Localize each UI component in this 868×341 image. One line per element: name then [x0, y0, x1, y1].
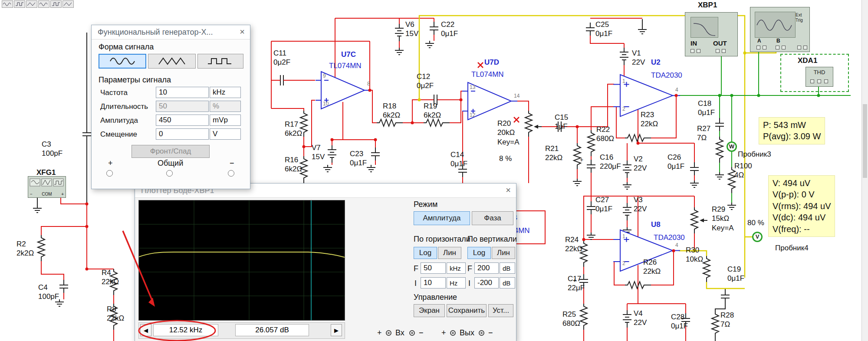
component-V7[interactable]: V715V	[312, 143, 325, 162]
component-C27[interactable]: C270μ1F	[595, 195, 612, 214]
horizontal-i-unit[interactable]: Hz	[447, 277, 466, 289]
xbp1-in-minus-terminal[interactable]	[697, 49, 700, 53]
component-V3[interactable]: V322V	[634, 195, 647, 214]
component-R21[interactable]: R2122kΩ	[545, 144, 562, 163]
component-C28[interactable]: C280μ1F	[671, 312, 688, 331]
opamp-label-U7C[interactable]: U7C	[341, 50, 356, 59]
toolbar-icon-5[interactable]	[62, 0, 74, 8]
component-C14[interactable]: C140μ1F	[450, 150, 467, 169]
offset-input[interactable]: 0	[156, 128, 209, 140]
thd-terminal-2[interactable]	[817, 79, 821, 83]
component-R23[interactable]: R2322kΩ	[641, 110, 658, 129]
toolbar-icon-2[interactable]	[26, 0, 37, 8]
horizontal-f-input[interactable]: 50	[421, 262, 446, 274]
component-R8[interactable]: R822kΩ	[107, 305, 124, 323]
fg-minus-radio[interactable]	[228, 170, 234, 177]
sine-wave-button[interactable]	[99, 54, 146, 69]
amplitude-unit[interactable]: mVp	[210, 115, 241, 126]
horizontal-f-unit[interactable]: kHz	[447, 262, 466, 274]
fg-titlebar[interactable]: Функциональный генератор-X... ×	[92, 25, 250, 39]
component-R24[interactable]: R2422kΩ	[565, 235, 582, 254]
toolbar-icon-0[interactable]	[2, 0, 13, 8]
edge-button[interactable]: Фронт/Спад	[132, 145, 210, 158]
component-C4[interactable]: C4100pF	[38, 283, 59, 302]
component-R19[interactable]: R196k2Ω	[424, 102, 441, 120]
xfg1-icon[interactable]: −COM+	[28, 176, 66, 198]
fg-plus-radio[interactable]	[106, 170, 113, 177]
fg-close-icon[interactable]: ×	[240, 27, 245, 37]
component-R26[interactable]: R2622kΩ	[643, 258, 661, 276]
vertical-lin-button[interactable]: Лин	[492, 247, 515, 259]
horizontal-lin-button[interactable]: Лин	[438, 247, 461, 259]
component-C26[interactable]: C260μ1F	[667, 153, 684, 171]
component-C22[interactable]: C220μ1F	[441, 20, 458, 39]
horizontal-i-input[interactable]: 10	[421, 277, 446, 289]
triangle-wave-button[interactable]	[148, 54, 196, 69]
component-C18[interactable]: C180μ1F	[698, 99, 715, 118]
xbp1-icon[interactable]: IN OUT	[685, 12, 738, 56]
component-C3[interactable]: C3100pF	[42, 140, 62, 158]
component-R4[interactable]: R422kΩ	[102, 268, 119, 287]
component-R27[interactable]: R277Ω	[697, 124, 710, 143]
opamp-label-U2[interactable]: U2	[651, 58, 661, 67]
component-R30[interactable]: R3010kΩ	[686, 246, 703, 264]
settings-button[interactable]: Уст...	[488, 304, 513, 317]
component-V1[interactable]: V122V	[632, 49, 645, 67]
component-V4[interactable]: V422V	[634, 309, 647, 328]
xbp1-label[interactable]: XBP1	[698, 1, 717, 10]
vertical-i-unit[interactable]: dB	[500, 277, 515, 289]
vertical-log-button[interactable]: Log	[467, 247, 491, 259]
xbp1-out-plus-terminal[interactable]	[716, 49, 720, 53]
vertical-scrollbar[interactable]	[861, 0, 868, 341]
toolbar-icon-3[interactable]	[38, 0, 49, 8]
xda1-thd-icon[interactable]: THD	[806, 67, 833, 87]
component-R28[interactable]: R287Ω	[720, 311, 734, 329]
bode-close-icon[interactable]: ×	[506, 185, 511, 195]
toolbar-icon-1[interactable]	[14, 0, 25, 8]
xbp1-in-plus-terminal[interactable]	[690, 49, 694, 53]
screen-button[interactable]: Экран	[414, 304, 445, 317]
component-C23[interactable]: C230μ1F	[350, 149, 367, 168]
component-V2[interactable]: V222V	[634, 154, 647, 173]
scope-a-plus-terminal[interactable]	[756, 46, 760, 49]
amplitude-mode-button[interactable]: Амплитуда	[414, 211, 470, 225]
thd-terminal-3[interactable]	[824, 79, 828, 83]
scope-ext-terminal[interactable]	[797, 46, 801, 49]
opamp-label-U7D[interactable]: U7D	[484, 58, 499, 67]
component-R18[interactable]: R186k2Ω	[383, 102, 400, 120]
cursor-right-button[interactable]: ▶	[331, 324, 342, 336]
component-R16[interactable]: R166k2Ω	[285, 155, 302, 174]
component-R2[interactable]: R22k2Ω	[16, 239, 34, 258]
component-R20[interactable]: R2020kΩKey=A	[497, 119, 519, 147]
probe4-label[interactable]: Пробник4	[775, 244, 809, 252]
cursor-left-button[interactable]: ◀	[140, 324, 151, 336]
voltage-probe-icon[interactable]: V	[752, 232, 763, 242]
vertical-i-input[interactable]: -200	[474, 277, 499, 289]
power-probe-icon[interactable]: W	[727, 141, 737, 152]
opamp-label-U8[interactable]: U8	[651, 220, 661, 229]
component-R100[interactable]: R1004Ω	[734, 161, 752, 180]
offset-unit[interactable]: V	[210, 128, 241, 140]
xfg1-label[interactable]: XFG1	[36, 168, 56, 177]
save-button[interactable]: Сохранить	[447, 304, 487, 317]
toolbar-icon-4[interactable]	[50, 0, 62, 8]
probe3-label[interactable]: Пробник3	[738, 150, 771, 159]
frequency-unit[interactable]: kHz	[210, 87, 241, 98]
component-C16[interactable]: C16220μF	[600, 153, 621, 171]
scope-b-plus-terminal[interactable]	[776, 46, 779, 49]
component-V6[interactable]: V615V	[405, 20, 418, 39]
component-C19[interactable]: C190μ1F	[727, 265, 744, 283]
component-C11[interactable]: C110μ2F	[273, 49, 290, 67]
bode-plot-area[interactable]	[138, 200, 345, 321]
square-wave-button[interactable]	[197, 54, 243, 69]
scope-ext-minus-terminal[interactable]	[803, 46, 807, 49]
fg-common-radio[interactable]	[166, 170, 173, 177]
component-C15[interactable]: C151μF	[555, 113, 568, 131]
component-R17[interactable]: R176k2Ω	[285, 120, 302, 138]
xda1-label[interactable]: XDA1	[798, 56, 817, 65]
phase-mode-button[interactable]: Фаза	[472, 211, 513, 225]
vertical-f-input[interactable]: 200	[474, 262, 499, 274]
scope-a-minus-terminal[interactable]	[763, 46, 766, 49]
component-R25[interactable]: R25680Ω	[562, 310, 580, 328]
amplitude-input[interactable]: 450	[156, 115, 209, 126]
